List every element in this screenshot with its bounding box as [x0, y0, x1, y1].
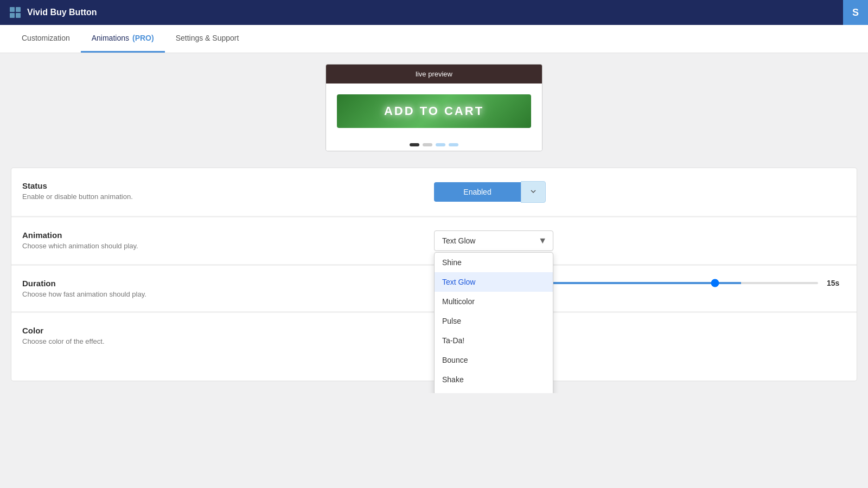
logo-icon [9, 6, 22, 19]
option-text-glow[interactable]: Text Glow [435, 272, 553, 292]
tab-customization[interactable]: Customization [11, 25, 81, 53]
option-multicolor[interactable]: Multicolor [435, 292, 553, 311]
preview-container: live preview ADD TO CART [326, 64, 542, 151]
tab-settings[interactable]: Settings & Support [165, 25, 250, 53]
animation-control: Text Glow ▼ Shine Text Glow Multicolor P… [434, 230, 846, 251]
nav-tabs: Customization Animations (PRO) Settings … [0, 25, 868, 53]
color-description: Choose color of the effect. [22, 337, 434, 345]
animation-title: Animation [22, 230, 434, 240]
dot-3[interactable] [436, 143, 445, 146]
duration-value: 15s [827, 279, 846, 287]
option-tada[interactable]: Ta-Da! [435, 331, 553, 350]
avatar[interactable]: S [843, 0, 868, 25]
color-label: Color Choose color of the effect. [22, 326, 434, 345]
pro-badge: (PRO) [132, 34, 154, 42]
dot-2[interactable] [423, 143, 432, 146]
settings-panel: Status Enable or disable button animatio… [11, 168, 857, 381]
status-description: Enable or disable button animation. [22, 192, 434, 201]
option-pulse[interactable]: Pulse [435, 311, 553, 331]
svg-rect-2 [10, 13, 15, 18]
option-shake[interactable]: Shake [435, 370, 553, 389]
enabled-button[interactable]: Enabled [434, 182, 521, 202]
option-bounce[interactable]: Bounce [435, 350, 553, 370]
color-title: Color [22, 326, 434, 335]
toggle-right[interactable] [521, 181, 546, 203]
animation-row: Animation Choose which animation should … [11, 217, 857, 265]
svg-rect-3 [16, 13, 21, 18]
toggle-chevron-icon [530, 188, 537, 195]
top-bar-right: S [843, 0, 868, 25]
top-bar: Vivid Buy Button S [0, 0, 868, 25]
status-control: Enabled [434, 181, 846, 203]
duration-label: Duration Choose how fast animation shoul… [22, 279, 434, 298]
dot-1[interactable] [410, 143, 419, 146]
preview-body: ADD TO CART [326, 84, 542, 139]
animation-dropdown-menu: Shine Text Glow Multicolor Pulse Ta-Da! … [434, 252, 553, 393]
add-to-cart-button[interactable]: ADD TO CART [337, 94, 531, 128]
toggle-enabled: Enabled [434, 181, 546, 203]
animation-dropdown[interactable]: Text Glow [434, 230, 553, 251]
preview-header: live preview [326, 65, 542, 84]
content-area: live preview ADD TO CART Status Enable o… [0, 53, 868, 393]
option-strong-shake[interactable]: Strong Shake [435, 389, 553, 393]
app-logo: Vivid Buy Button [9, 6, 97, 19]
animation-dropdown-wrapper: Text Glow ▼ Shine Text Glow Multicolor P… [434, 230, 553, 251]
preview-dots [326, 139, 542, 151]
svg-rect-1 [16, 7, 21, 12]
duration-description: Choose how fast animation should play. [22, 290, 434, 298]
app-title: Vivid Buy Button [27, 8, 97, 17]
status-row: Status Enable or disable button animatio… [11, 168, 857, 216]
tab-animations[interactable]: Animations (PRO) [81, 25, 165, 53]
svg-rect-0 [10, 7, 15, 12]
animation-description: Choose which animation should play. [22, 242, 434, 250]
status-label: Status Enable or disable button animatio… [22, 181, 434, 201]
dot-4[interactable] [449, 143, 458, 146]
duration-title: Duration [22, 279, 434, 288]
animation-label: Animation Choose which animation should … [22, 230, 434, 250]
status-title: Status [22, 181, 434, 190]
option-shine[interactable]: Shine [435, 253, 553, 272]
